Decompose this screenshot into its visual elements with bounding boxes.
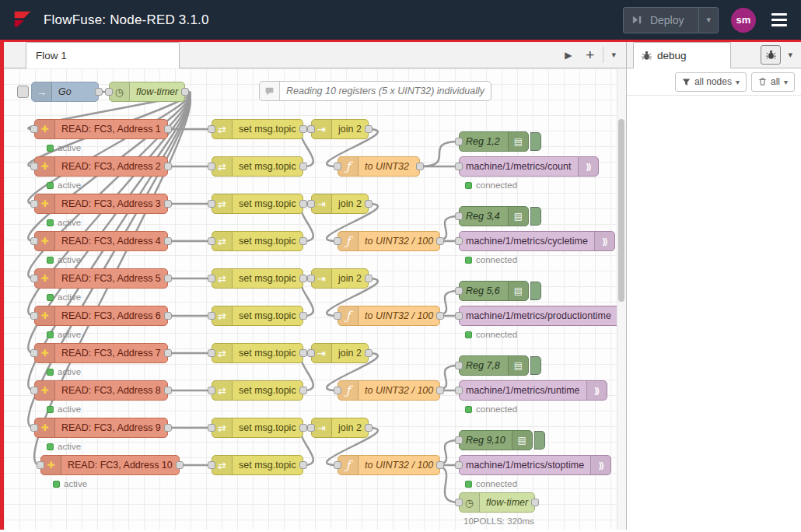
node-c8[interactable]: ⇄set msg.topic [212, 380, 303, 401]
node-timer2[interactable]: ◷flow-timer [459, 492, 534, 513]
input-port[interactable] [455, 312, 463, 320]
node-c5[interactable]: ⇄set msg.topic [212, 268, 303, 289]
node-d2[interactable]: Reg 3,4▤ [459, 206, 541, 226]
output-port[interactable] [531, 499, 539, 506]
output-port[interactable] [176, 461, 184, 469]
input-port[interactable] [30, 387, 38, 394]
node-f5[interactable]: ƒto UINT32 / 100 [338, 455, 432, 475]
input-port[interactable] [334, 461, 341, 469]
output-port[interactable] [299, 125, 307, 133]
output-port[interactable] [365, 424, 373, 432]
input-port[interactable] [455, 138, 463, 145]
canvas-scrollbar[interactable] [617, 68, 626, 530]
input-port[interactable] [208, 312, 215, 320]
node-r9[interactable]: ✚READ: FC3, Address 9 [34, 418, 163, 438]
output-port[interactable] [181, 88, 189, 96]
node-c1[interactable]: ⇄set msg.topic [212, 119, 303, 139]
sidebar-options-caret[interactable]: ▾ [783, 47, 797, 63]
debug-toggle-button[interactable] [534, 431, 545, 450]
input-port[interactable] [455, 499, 463, 506]
node-r1[interactable]: ✚READ: FC3, Address 1 [34, 119, 163, 139]
input-port[interactable] [455, 362, 463, 369]
input-port[interactable] [455, 461, 463, 469]
input-port[interactable] [30, 200, 38, 208]
input-port[interactable] [37, 461, 44, 469]
input-port[interactable] [307, 200, 315, 208]
input-port[interactable] [30, 424, 38, 432]
debug-filter-button[interactable]: all nodes ▾ [675, 72, 747, 92]
input-port[interactable] [30, 125, 38, 133]
debug-toggle-button[interactable] [530, 356, 541, 375]
input-port[interactable] [334, 237, 341, 245]
input-port[interactable] [208, 237, 215, 245]
node-timer1[interactable]: ◷flow-timer [109, 82, 184, 102]
node-inject[interactable]: →Go [17, 82, 99, 102]
node-d3[interactable]: Reg 5,6▤ [459, 281, 541, 301]
deploy-button[interactable]: Deploy ▾ [623, 7, 719, 33]
add-flow-button[interactable]: + [580, 47, 600, 64]
node-r2[interactable]: ✚READ: FC3, Address 2 [34, 156, 163, 177]
node-d5[interactable]: Reg 9,10▤ [459, 430, 541, 450]
output-port[interactable] [95, 88, 103, 96]
output-port[interactable] [299, 312, 307, 320]
node-c4[interactable]: ⇄set msg.topic [212, 231, 303, 251]
output-port[interactable] [164, 424, 172, 432]
output-port[interactable] [164, 387, 172, 394]
node-m3[interactable]: machine/1/metrics/productiontime)) [459, 306, 616, 326]
node-c6[interactable]: ⇄set msg.topic [212, 306, 303, 326]
output-port[interactable] [436, 312, 444, 320]
output-port[interactable] [164, 200, 172, 208]
input-port[interactable] [307, 275, 315, 282]
output-port[interactable] [164, 312, 172, 320]
input-port[interactable] [334, 163, 341, 170]
node-r5[interactable]: ✚READ: FC3, Address 5 [34, 268, 163, 289]
node-m1[interactable]: machine/1/metrics/count)) [459, 156, 599, 177]
input-port[interactable] [30, 349, 38, 357]
output-port[interactable] [164, 237, 172, 245]
output-port[interactable] [164, 349, 172, 357]
debug-pane-button[interactable] [761, 45, 781, 65]
input-port[interactable] [208, 275, 215, 282]
wire[interactable] [420, 142, 459, 166]
node-j4[interactable]: ⇥join 2 [311, 343, 367, 363]
node-d1[interactable]: Reg 1,2▤ [459, 131, 541, 152]
input-port[interactable] [208, 461, 215, 469]
input-port[interactable] [307, 125, 315, 133]
node-f1[interactable]: ƒto UINT32 [338, 156, 420, 177]
output-port[interactable] [299, 237, 307, 245]
node-c7[interactable]: ⇄set msg.topic [212, 343, 303, 363]
node-f4[interactable]: ƒto UINT32 / 100 [338, 380, 432, 401]
input-port[interactable] [208, 349, 215, 357]
node-f3[interactable]: ƒto UINT32 / 100 [338, 306, 432, 326]
node-m5[interactable]: machine/1/metrics/stoptime)) [459, 455, 605, 475]
output-port[interactable] [436, 387, 444, 394]
input-port[interactable] [455, 436, 463, 444]
input-port[interactable] [307, 424, 315, 432]
chevron-icon[interactable]: ▶ [559, 47, 577, 64]
output-port[interactable] [164, 275, 172, 282]
input-port[interactable] [30, 237, 38, 245]
deploy-options-caret[interactable]: ▾ [698, 8, 718, 33]
output-port[interactable] [164, 163, 172, 170]
debug-toggle-button[interactable] [530, 282, 541, 300]
input-port[interactable] [30, 312, 38, 320]
node-m4[interactable]: machine/1/metrics/runtime)) [459, 380, 607, 401]
node-comment[interactable]: Reading 10 registers (5 x UINT32) indivi… [259, 81, 471, 101]
output-port[interactable] [299, 387, 307, 394]
input-port[interactable] [455, 237, 463, 245]
user-avatar[interactable]: sm [731, 8, 756, 33]
output-port[interactable] [416, 163, 424, 170]
input-port[interactable] [455, 387, 463, 394]
output-port[interactable] [365, 275, 373, 282]
menu-icon[interactable] [768, 10, 790, 30]
flow-list-caret[interactable]: ▾ [603, 47, 621, 63]
input-port[interactable] [334, 312, 341, 320]
output-port[interactable] [299, 349, 307, 357]
node-j5[interactable]: ⇥join 2 [311, 418, 367, 438]
input-port[interactable] [455, 163, 463, 170]
node-r4[interactable]: ✚READ: FC3, Address 4 [34, 231, 163, 251]
output-port[interactable] [299, 163, 307, 170]
flow-canvas[interactable]: →Go◷flow-timerReading 10 registers (5 x … [4, 68, 626, 530]
tab-debug[interactable]: debug [633, 42, 731, 68]
input-port[interactable] [208, 387, 215, 394]
